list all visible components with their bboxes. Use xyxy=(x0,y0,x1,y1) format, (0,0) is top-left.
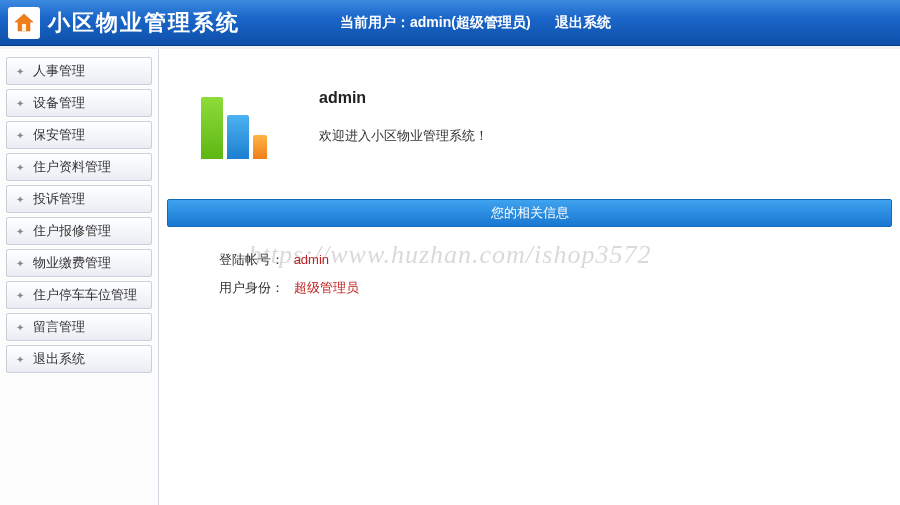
expand-icon: ✦ xyxy=(15,226,25,237)
info-label: 用户身份： xyxy=(219,280,284,295)
sidebar-item-label: 人事管理 xyxy=(33,62,85,80)
sidebar-item-parking[interactable]: ✦ 住户停车车位管理 xyxy=(6,281,152,309)
expand-icon: ✦ xyxy=(15,66,25,77)
sidebar-item-logout[interactable]: ✦ 退出系统 xyxy=(6,345,152,373)
sidebar-item-fees[interactable]: ✦ 物业缴费管理 xyxy=(6,249,152,277)
chart-bar xyxy=(253,135,267,159)
info-value: 超级管理员 xyxy=(294,280,359,295)
logo-box: 小区物业管理系统 xyxy=(0,7,240,39)
sidebar-item-repairs[interactable]: ✦ 住户报修管理 xyxy=(6,217,152,245)
sidebar-item-personnel[interactable]: ✦ 人事管理 xyxy=(6,57,152,85)
welcome-username: admin xyxy=(319,89,488,107)
sidebar-item-label: 留言管理 xyxy=(33,318,85,336)
expand-icon: ✦ xyxy=(15,98,25,109)
svg-rect-1 xyxy=(22,24,26,31)
info-panel-header: 您的相关信息 xyxy=(167,199,892,227)
sidebar-item-label: 投诉管理 xyxy=(33,190,85,208)
expand-icon: ✦ xyxy=(15,290,25,301)
welcome-block: admin 欢迎进入小区物业管理系统！ xyxy=(159,49,900,179)
sidebar-item-label: 设备管理 xyxy=(33,94,85,112)
info-row-account: 登陆帐号： admin xyxy=(219,251,892,269)
expand-icon: ✦ xyxy=(15,194,25,205)
sidebar-item-label: 退出系统 xyxy=(33,350,85,368)
sidebar: ✦ 人事管理 ✦ 设备管理 ✦ 保安管理 ✦ 住户资料管理 ✦ 投诉管理 ✦ 住… xyxy=(0,49,158,505)
info-rows: 登陆帐号： admin 用户身份： 超级管理员 xyxy=(219,251,892,297)
info-value: admin xyxy=(294,252,329,267)
app-title: 小区物业管理系统 xyxy=(48,8,240,38)
welcome-text: admin 欢迎进入小区物业管理系统！ xyxy=(319,89,488,145)
logout-link[interactable]: 退出系统 xyxy=(555,14,611,32)
expand-icon: ✦ xyxy=(15,258,25,269)
house-icon xyxy=(8,7,40,39)
expand-icon: ✦ xyxy=(15,354,25,365)
sidebar-item-complaints[interactable]: ✦ 投诉管理 xyxy=(6,185,152,213)
chart-bar xyxy=(227,115,249,159)
expand-icon: ✦ xyxy=(15,162,25,173)
content-area: admin 欢迎进入小区物业管理系统！ 您的相关信息 登陆帐号： admin 用… xyxy=(158,49,900,505)
info-label: 登陆帐号： xyxy=(219,252,284,267)
top-header: 小区物业管理系统 当前用户：admin(超级管理员) 退出系统 xyxy=(0,0,900,46)
welcome-message: 欢迎进入小区物业管理系统！ xyxy=(319,127,488,145)
sidebar-item-equipment[interactable]: ✦ 设备管理 xyxy=(6,89,152,117)
sidebar-item-label: 住户报修管理 xyxy=(33,222,111,240)
sidebar-item-messages[interactable]: ✦ 留言管理 xyxy=(6,313,152,341)
current-user-info: 当前用户：admin(超级管理员) 退出系统 xyxy=(340,14,611,32)
bar-chart-icon xyxy=(199,89,279,159)
sidebar-item-residents[interactable]: ✦ 住户资料管理 xyxy=(6,153,152,181)
info-row-role: 用户身份： 超级管理员 xyxy=(219,279,892,297)
chart-bar xyxy=(201,97,223,159)
sidebar-item-label: 住户停车车位管理 xyxy=(33,286,137,304)
sidebar-item-label: 物业缴费管理 xyxy=(33,254,111,272)
sidebar-item-label: 保安管理 xyxy=(33,126,85,144)
main-container: ✦ 人事管理 ✦ 设备管理 ✦ 保安管理 ✦ 住户资料管理 ✦ 投诉管理 ✦ 住… xyxy=(0,46,900,505)
sidebar-item-label: 住户资料管理 xyxy=(33,158,111,176)
sidebar-item-security[interactable]: ✦ 保安管理 xyxy=(6,121,152,149)
expand-icon: ✦ xyxy=(15,130,25,141)
expand-icon: ✦ xyxy=(15,322,25,333)
current-user-text: 当前用户：admin(超级管理员) xyxy=(340,14,531,32)
